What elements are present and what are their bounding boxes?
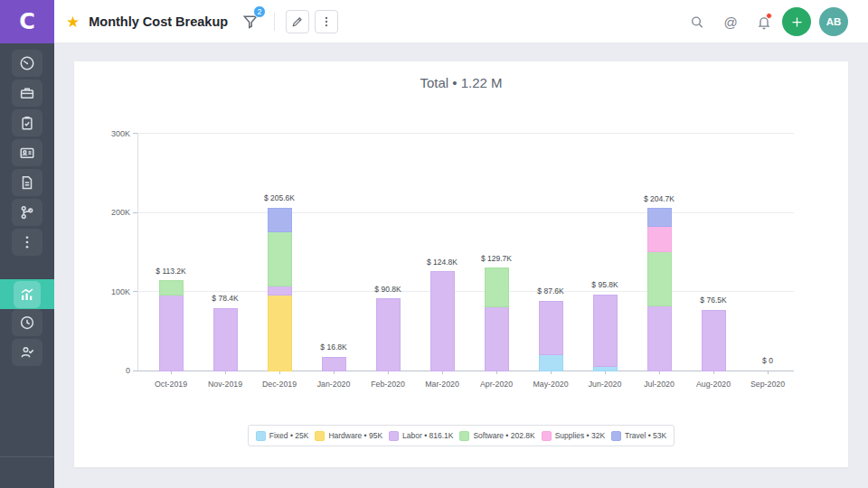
contact-card-icon <box>19 145 35 161</box>
svg-text:Aug-2020: Aug-2020 <box>696 380 731 389</box>
legend-swatch <box>315 431 325 441</box>
svg-text:300K: 300K <box>111 129 130 138</box>
legend-label: Supplies • 32K <box>555 431 605 440</box>
plus-icon <box>790 15 804 29</box>
content-area: Total • 1.22 M 0100K200K300KOct-2019$ 11… <box>54 43 868 488</box>
sidebar-item-workflow[interactable] <box>12 199 42 226</box>
legend-label: Travel • 53K <box>625 431 666 440</box>
branch-icon <box>19 204 35 221</box>
legend-swatch <box>542 431 552 441</box>
sidebar-item-approvals[interactable] <box>12 339 42 366</box>
sidebar-item-timesheet[interactable] <box>12 309 42 336</box>
sidebar: C <box>0 0 54 488</box>
svg-text:Jun-2020: Jun-2020 <box>589 380 622 389</box>
sidebar-item-portfolio[interactable] <box>12 80 42 107</box>
page-title: Monthly Cost Breakup <box>89 14 228 29</box>
svg-text:$ 113.2K: $ 113.2K <box>156 267 186 276</box>
legend-label: Fixed • 25K <box>269 431 309 440</box>
legend-label: Software • 202.8K <box>473 431 534 440</box>
create-new-button[interactable] <box>782 7 811 36</box>
toolbar-divider <box>274 13 275 31</box>
legend-swatch <box>256 431 266 441</box>
svg-text:Jul-2020: Jul-2020 <box>644 380 675 389</box>
svg-text:Nov-2019: Nov-2019 <box>208 380 242 389</box>
svg-text:$ 78.4K: $ 78.4K <box>212 294 239 303</box>
legend-item-fixed[interactable]: Fixed • 25K <box>256 431 309 441</box>
logo-glyph: C <box>19 9 35 34</box>
sidebar-item-charts-active[interactable] <box>0 279 54 309</box>
sidebar-item-dashboard[interactable] <box>12 50 42 77</box>
svg-text:Mar-2020: Mar-2020 <box>425 380 459 389</box>
document-icon <box>19 174 35 191</box>
svg-text:Sep-2020: Sep-2020 <box>750 380 785 389</box>
legend-item-software[interactable]: Software • 202.8K <box>459 431 534 441</box>
topbar: ★ Monthly Cost Breakup 2 @ AB <box>54 0 868 43</box>
clipboard-check-icon <box>19 115 35 131</box>
legend-item-supplies[interactable]: Supplies • 32K <box>542 431 605 441</box>
filter-count-badge: 2 <box>253 5 266 18</box>
svg-text:$ 124.8K: $ 124.8K <box>427 258 458 267</box>
sidebar-item-contacts[interactable] <box>12 139 42 166</box>
edit-button[interactable] <box>286 10 309 33</box>
search-icon <box>690 14 704 30</box>
at-icon: @ <box>723 14 737 30</box>
sidebar-divider <box>0 456 54 457</box>
bar-chart-icon <box>19 286 35 303</box>
legend-swatch <box>389 431 399 441</box>
svg-text:May-2020: May-2020 <box>533 380 568 389</box>
svg-text:0: 0 <box>126 366 130 375</box>
search-button[interactable] <box>690 14 704 30</box>
sidebar-item-more[interactable] <box>12 229 42 256</box>
sidebar-item-documents[interactable] <box>12 169 42 196</box>
svg-text:$ 16.8K: $ 16.8K <box>320 343 347 352</box>
legend-label: Hardware • 95K <box>328 431 382 440</box>
legend-label: Labor • 816.1K <box>402 431 453 440</box>
legend-item-labor[interactable]: Labor • 816.1K <box>389 431 453 441</box>
dashboard-gauge-icon <box>19 55 35 71</box>
svg-text:$ 205.6K: $ 205.6K <box>264 193 295 202</box>
kebab-menu-icon <box>19 234 35 250</box>
svg-text:Jan-2020: Jan-2020 <box>317 380 351 389</box>
sidebar-item-tasks[interactable] <box>12 109 42 136</box>
stacked-bar-chart[interactable]: 0100K200K300KOct-2019$ 113.2KNov-2019$ 7… <box>74 61 848 467</box>
svg-text:$ 0: $ 0 <box>762 356 773 365</box>
svg-text:$ 90.8K: $ 90.8K <box>374 285 401 294</box>
avatar[interactable]: AB <box>819 7 848 36</box>
person-check-icon <box>19 344 35 361</box>
svg-text:$ 129.7K: $ 129.7K <box>481 254 512 263</box>
clock-icon <box>19 314 35 331</box>
filter-button[interactable]: 2 <box>241 12 259 32</box>
svg-text:$ 76.5K: $ 76.5K <box>700 296 727 305</box>
favorite-star-icon[interactable]: ★ <box>66 13 80 32</box>
pencil-icon <box>291 15 304 28</box>
svg-text:$ 95.8K: $ 95.8K <box>591 280 618 289</box>
svg-text:$ 204.7K: $ 204.7K <box>644 194 675 203</box>
legend-item-hardware[interactable]: Hardware • 95K <box>315 431 382 441</box>
legend-swatch <box>459 431 469 441</box>
briefcase-icon <box>19 85 35 101</box>
svg-text:200K: 200K <box>111 208 130 217</box>
notifications-button[interactable] <box>757 14 771 30</box>
kebab-menu-icon <box>320 15 333 28</box>
chart-card: Total • 1.22 M 0100K200K300KOct-2019$ 11… <box>74 61 848 467</box>
chart-legend: Fixed • 25KHardware • 95KLabor • 816.1KS… <box>248 425 675 446</box>
more-options-button[interactable] <box>315 10 338 33</box>
svg-text:Feb-2020: Feb-2020 <box>371 380 405 389</box>
notification-dot <box>766 13 772 19</box>
legend-item-travel[interactable]: Travel • 53K <box>611 431 666 441</box>
mentions-button[interactable]: @ <box>723 14 738 30</box>
avatar-initials: AB <box>826 16 842 27</box>
legend-swatch <box>611 431 621 441</box>
app-logo[interactable]: C <box>0 0 54 43</box>
svg-text:100K: 100K <box>111 287 130 296</box>
svg-text:Apr-2020: Apr-2020 <box>480 380 513 389</box>
svg-text:Dec-2019: Dec-2019 <box>262 380 297 389</box>
svg-text:$ 87.6K: $ 87.6K <box>537 286 564 296</box>
svg-text:Oct-2019: Oct-2019 <box>155 380 187 389</box>
